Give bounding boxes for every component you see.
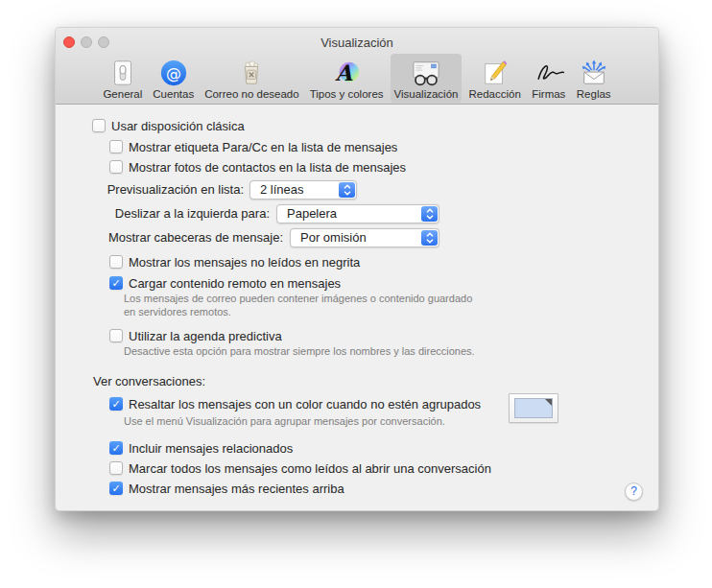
toolbar-item-redaccion[interactable]: Redacción: [464, 54, 524, 103]
checkbox-label: Mostrar mensajes más recientes arriba: [129, 482, 344, 496]
popup-value: Por omisión: [300, 229, 367, 247]
checkbox[interactable]: [109, 276, 123, 290]
popup-value: Papelera: [287, 205, 337, 223]
chevron-updown-icon: [421, 206, 438, 222]
checkbox[interactable]: [109, 397, 123, 411]
headers-label: Mostrar cabeceras de mensaje:: [56, 228, 283, 247]
checkbox-label: Resaltar los mensajes con un color cuand…: [129, 397, 481, 412]
checkbox[interactable]: [109, 255, 123, 269]
checkbox-row-recent-top[interactable]: Mostrar mensajes más recientes arriba: [109, 481, 344, 496]
toolbar-item-label: Correo no deseado: [204, 88, 298, 100]
toolbar-item-label: Visualización: [394, 88, 459, 100]
fonts-colors-icon: A: [332, 56, 361, 87]
visualizacion-pane: Usar disposición clásica Mostrar etiquet…: [56, 105, 658, 510]
color-swatch: [514, 398, 553, 418]
checkbox-label: Usar disposición clásica: [111, 119, 245, 133]
checkbox-label: Mostrar los mensajes no leídos en negrit…: [129, 255, 360, 270]
envelope-arrows-icon: [579, 56, 609, 87]
list-preview-popup[interactable]: 2 líneas: [249, 180, 357, 200]
popup-value: 2 líneas: [260, 181, 304, 199]
toolbar-item-label: Firmas: [532, 88, 565, 100]
checkbox[interactable]: [109, 441, 123, 455]
toolbar-item-label: Cuentas: [153, 88, 194, 100]
svg-text:A: A: [335, 60, 354, 85]
toolbar-item-label: General: [103, 88, 142, 100]
trash-icon: [237, 56, 266, 87]
checkbox-label: Mostrar etiqueta Para/Cc en la lista de …: [129, 140, 397, 154]
toolbar-item-general[interactable]: General: [99, 54, 146, 103]
toolbar-item-correo-no-deseado[interactable]: Correo no deseado: [201, 54, 302, 103]
toolbar-item-firmas[interactable]: Firmas: [528, 54, 570, 103]
checkbox-row-classic-layout[interactable]: Usar disposición clásica: [92, 118, 245, 133]
signature-icon: [532, 56, 566, 87]
checkbox-row-predictive[interactable]: Utilizar la agenda predictiva: [109, 328, 282, 343]
swipe-left-popup[interactable]: Papelera: [276, 204, 439, 223]
toolbar-item-label: Reglas: [577, 88, 611, 100]
highlight-color-well[interactable]: [509, 393, 558, 423]
swipe-left-label: Deslizar a la izquierda para:: [56, 204, 270, 223]
checkbox[interactable]: [109, 461, 123, 475]
toolbar-item-cuentas[interactable]: @ Cuentas: [149, 54, 198, 103]
checkbox[interactable]: [109, 160, 123, 174]
checkbox-row-highlight[interactable]: Resaltar los mensajes con un color cuand…: [109, 396, 481, 412]
toolbar-item-visualizacion[interactable]: Visualización: [391, 54, 463, 103]
checkbox[interactable]: [109, 482, 123, 495]
window-title: Visualización: [56, 35, 658, 50]
checkbox-label: Marcar todos los mensajes como leídos al…: [129, 461, 491, 476]
chevron-updown-icon: [421, 230, 438, 246]
predictive-note: Desactive esta opción para mostrar siemp…: [124, 344, 475, 358]
toolbar-item-tipos-y-colores[interactable]: A Tipos y colores: [306, 54, 388, 103]
checkbox-row-include-related[interactable]: Incluir mensajes relacionados: [109, 440, 293, 456]
checkbox-label: Cargar contenido remoto en mensajes: [129, 276, 341, 291]
toolbar-item-label: Tipos y colores: [310, 88, 384, 100]
checkbox-row-contact-photos[interactable]: Mostrar fotos de contactos en la lista d…: [109, 159, 406, 175]
highlight-note: Use el menú Visualización para agrupar m…: [124, 414, 445, 428]
conversations-heading: Ver conversaciones:: [93, 374, 205, 388]
chevron-updown-icon: [339, 182, 355, 198]
preferences-toolbar: General @ Cuentas: [56, 55, 658, 103]
help-button[interactable]: ?: [625, 482, 643, 501]
checkbox-label: Incluir mensajes relacionados: [129, 441, 293, 456]
svg-text:@: @: [166, 64, 181, 82]
checkbox[interactable]: [92, 119, 106, 132]
toolbar-item-label: Redacción: [468, 88, 520, 100]
checkbox-label: Utilizar la agenda predictiva: [129, 329, 282, 343]
checkbox-row-mark-read[interactable]: Marcar todos los mensajes como leídos al…: [109, 460, 491, 476]
glasses-envelope-icon: [410, 56, 442, 87]
headers-popup[interactable]: Por omisión: [290, 228, 439, 247]
mail-preferences-window: Visualización General: [55, 27, 659, 511]
checkbox-row-to-cc-label[interactable]: Mostrar etiqueta Para/Cc en la lista de …: [109, 139, 397, 154]
checkbox-row-unread-bold[interactable]: Mostrar los mensajes no leídos en negrit…: [109, 254, 360, 270]
checkbox-label: Mostrar fotos de contactos en la lista d…: [129, 160, 406, 175]
list-preview-label: Previsualización en lista:: [56, 180, 244, 200]
at-icon: @: [159, 56, 188, 87]
toolbar-item-reglas[interactable]: Reglas: [573, 54, 615, 103]
remote-content-note: Los mensajes de correo pueden contener i…: [124, 292, 472, 318]
switch-icon: [108, 56, 137, 87]
pencil-icon: [481, 56, 510, 87]
checkbox[interactable]: [109, 329, 123, 342]
titlebar: Visualización General: [56, 28, 658, 105]
checkbox-row-remote-content[interactable]: Cargar contenido remoto en mensajes: [109, 275, 341, 291]
checkbox[interactable]: [109, 140, 123, 153]
